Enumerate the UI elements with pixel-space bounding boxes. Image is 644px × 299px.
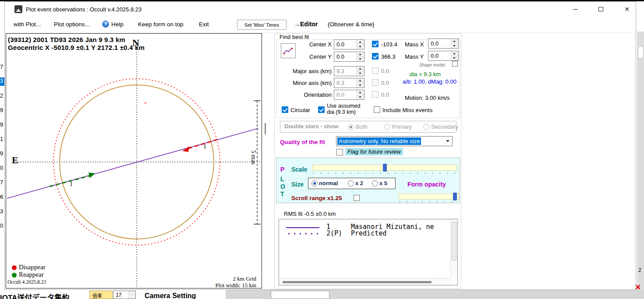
quality-of-fit-dropdown[interactable]: Astrometry only. No reliable size <box>336 136 453 146</box>
bg-red-close-icon[interactable]: ✕ <box>635 283 641 292</box>
flag-for-review-checkbox[interactable] <box>336 149 343 155</box>
listbox-horizontal-scrollbar[interactable] <box>279 278 450 285</box>
spin-down-icon[interactable] <box>357 57 364 61</box>
vertical-scrollbar-thumb[interactable] <box>452 222 456 260</box>
include-miss-events-label: Include Miss events <box>382 107 432 113</box>
center-y-label: Center Y <box>291 53 332 60</box>
minor-axis-extra-value: 0.0 <box>381 80 389 86</box>
center-x-offset-checkbox[interactable] <box>372 41 379 47</box>
spinner-arrows[interactable] <box>451 39 458 48</box>
menu-bar: with Plot... Plot options... ? Help Keep… <box>5 17 636 33</box>
bg-magnification-label: 倍率 <box>89 291 113 299</box>
spin-up-icon[interactable] <box>451 39 458 44</box>
spin-down-icon[interactable] <box>357 45 364 49</box>
spin-up-icon[interactable] <box>357 40 364 45</box>
center-y-offset-checkbox[interactable] <box>372 53 379 60</box>
help-icon[interactable]: ? <box>102 21 109 28</box>
spin-up-icon[interactable] <box>451 51 458 56</box>
menu-plot-options[interactable]: Plot options... <box>54 21 90 28</box>
double-stars-primary-radio <box>384 124 390 130</box>
spin-up-icon[interactable] <box>357 52 364 57</box>
splitter-fragment[interactable] <box>265 123 266 134</box>
reappear-legend-dot <box>12 273 17 278</box>
mass-y-label: Mass Y <box>405 53 424 60</box>
center-x-spinner[interactable]: 0.0 <box>334 39 364 49</box>
spinner-arrows <box>357 67 364 76</box>
shape-model-checkbox[interactable] <box>452 61 458 67</box>
horizontal-scrollbar-thumb[interactable] <box>283 281 432 283</box>
spin-down-icon[interactable] <box>451 56 458 60</box>
observations-listbox[interactable]: 1 Masanori Mizutani, ne 2(P) Predicted <box>279 219 458 285</box>
observation-row-number[interactable]: 2(P) <box>326 229 342 237</box>
set-miss-times-button[interactable]: Set 'Miss' Times <box>237 20 287 30</box>
major-axis-spinner: 9.3 <box>334 66 364 76</box>
mass-x-value[interactable]: 0.0 <box>428 39 451 48</box>
mass-y-value[interactable]: 0.0 <box>428 51 451 60</box>
minimize-button[interactable] <box>565 2 585 17</box>
spinner-arrows[interactable] <box>451 51 458 60</box>
use-assumed-dia-checkbox[interactable] <box>318 106 325 113</box>
bg-magnification-spinner[interactable]: 17 <box>113 291 136 299</box>
bg-right-scrollbar-thumb[interactable] <box>638 46 644 58</box>
maximize-button[interactable] <box>591 2 611 17</box>
form-opacity-slider[interactable] <box>399 193 459 200</box>
center-x-value[interactable]: 0.0 <box>334 40 357 49</box>
orientation-label: Orientation <box>285 91 332 98</box>
spin-down-icon[interactable] <box>129 295 135 299</box>
include-miss-events-checkbox[interactable] <box>374 106 380 113</box>
center-y-value[interactable]: 0.0 <box>334 52 357 61</box>
mass-y-spinner[interactable]: 0.0 <box>428 51 459 61</box>
spin-down-icon <box>357 95 364 99</box>
title-bar[interactable]: Plot event observations : Occult v.4.202… <box>5 2 636 17</box>
menu-exit[interactable]: Exit <box>199 21 209 28</box>
menu-editor[interactable]: →Editor <box>294 21 318 28</box>
occult-plot-window: Plot event observations : Occult v.4.202… <box>4 1 636 290</box>
scale-bar-text: 5 mas <box>250 150 257 165</box>
close-button[interactable]: ✕ <box>617 2 637 17</box>
double-stars-label: Double stars - show <box>284 123 339 130</box>
menu-help[interactable]: Help <box>111 21 124 28</box>
fit-controls-panel: Find best fit Center X 0.0 -103.4 Mass X… <box>274 33 461 289</box>
form-opacity-slider-thumb[interactable] <box>453 193 457 201</box>
scale-slider[interactable] <box>312 165 457 171</box>
observed-chord-line[interactable] <box>7 128 258 198</box>
plot-title-line2: Geocentric X -5010.9 ±0.1 Y 2172.1 ±0.4 … <box>8 44 145 51</box>
listbox-vertical-scrollbar[interactable] <box>450 219 457 278</box>
minor-axis-label: Minor axis (km) <box>285 80 332 86</box>
plot-area[interactable]: (39312) 2001 TD93 2026 Jan 9 9.3 km Geoc… <box>6 33 262 288</box>
spin-up-icon[interactable] <box>129 291 135 295</box>
double-stars-primary-label: Primary <box>392 123 412 130</box>
grid-scale-label: 2 km Grid <box>233 275 256 282</box>
scroll-range-checkbox[interactable] <box>354 195 360 201</box>
spin-down-icon[interactable] <box>451 44 458 48</box>
observation-row-name[interactable]: Predicted <box>351 229 386 237</box>
size-x2-radio[interactable] <box>348 180 354 186</box>
menu-keep-form-on-top[interactable]: Keep form on top <box>138 21 184 28</box>
disappear-legend-label: Disappear <box>19 264 46 271</box>
menu-with-plot[interactable]: with Plot... <box>14 21 41 28</box>
orientation-checkbox <box>372 91 379 98</box>
diameter-text: dia = 9.3 km <box>410 71 441 77</box>
bg-magnification-value[interactable]: 17 <box>113 291 129 299</box>
menu-observer-time[interactable]: {Observer & time} <box>328 21 375 28</box>
chord-1-label: 1 <box>203 143 206 150</box>
spinner-arrows[interactable] <box>357 52 364 61</box>
flag-for-review-label: Flag for future review <box>345 148 403 155</box>
minor-axis-spinner: 9.3 <box>334 78 364 88</box>
circular-checkbox[interactable] <box>282 106 288 113</box>
bg-right-edge-number: 2 <box>638 267 641 273</box>
size-normal-radio[interactable] <box>311 180 318 186</box>
form-opacity-label: Form opacity <box>407 181 446 188</box>
plot-canvas[interactable] <box>6 34 262 288</box>
double-stars-both-label: Both <box>356 123 368 130</box>
scale-label: Scale <box>291 166 308 173</box>
center-x-label: Center X <box>291 41 332 48</box>
size-x5-radio[interactable] <box>372 180 378 186</box>
minimize-icon <box>573 9 578 10</box>
mass-x-spinner[interactable]: 0.0 <box>428 39 459 49</box>
close-icon: ✕ <box>624 6 630 12</box>
scale-slider-thumb[interactable] <box>383 164 387 172</box>
form-opacity-slider-ticks <box>400 201 459 203</box>
center-y-spinner[interactable]: 0.0 <box>334 52 364 62</box>
spinner-arrows[interactable] <box>357 40 364 49</box>
